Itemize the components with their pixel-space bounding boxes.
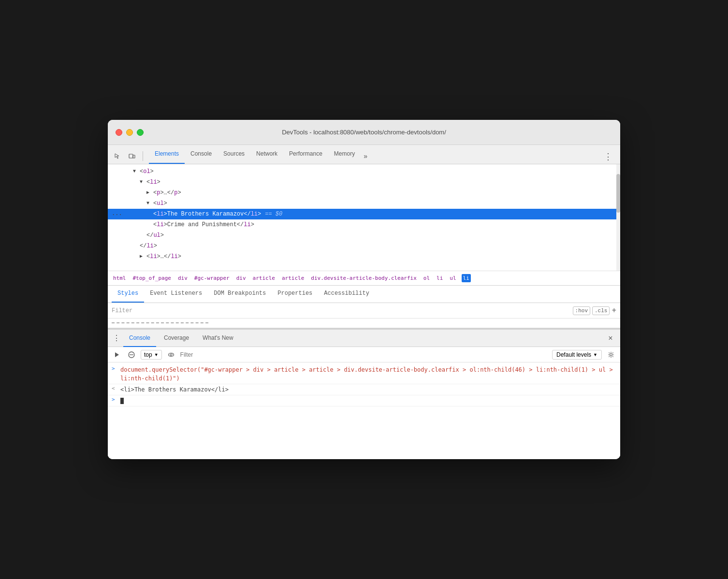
- device-toggle-icon[interactable]: [126, 150, 138, 162]
- input-arrow: >: [112, 396, 118, 403]
- tab-console[interactable]: Console: [185, 145, 218, 164]
- console-settings-button[interactable]: [606, 349, 616, 360]
- expand-triangle[interactable]: ▼: [140, 178, 146, 187]
- drawer-close-button[interactable]: ×: [605, 333, 616, 344]
- sub-tabs-bar: Styles Event Listeners DOM Breakpoints P…: [108, 286, 620, 303]
- titlebar: DevTools - localhost:8080/web/tools/chro…: [108, 120, 620, 145]
- dom-line-ul[interactable]: ▼ <ul>: [108, 198, 620, 209]
- breadcrumb-article2[interactable]: article: [280, 274, 306, 282]
- tab-performance[interactable]: Performance: [283, 145, 328, 164]
- svg-rect-0: [129, 154, 133, 158]
- elements-panel: ▼ <ol> ▼ <li> ▶ <p> … </p> ▼ <ul> ..: [108, 164, 620, 329]
- breadcrumb-gc-wrapper[interactable]: #gc-wrapper: [193, 274, 231, 282]
- tab-overflow[interactable]: »: [361, 148, 370, 164]
- drawer-tab-coverage[interactable]: Coverage: [158, 330, 195, 347]
- execution-context-selector[interactable]: top ▼: [141, 350, 162, 360]
- breadcrumb-top-of-page[interactable]: #top_of_page: [131, 274, 173, 282]
- log-levels-selector[interactable]: Default levels ▼: [552, 350, 602, 360]
- console-input-line[interactable]: >: [108, 395, 620, 406]
- traffic-lights: [116, 129, 144, 136]
- breadcrumb-div1[interactable]: div: [176, 274, 189, 282]
- breadcrumb-ul[interactable]: ul: [448, 274, 457, 282]
- drawer-tab-console[interactable]: Console: [123, 330, 156, 347]
- drawer-more-button[interactable]: ⋮: [112, 333, 121, 343]
- console-result-text: <li>The Brothers Karamazov</li>: [120, 385, 616, 394]
- drawer-tab-whats-new[interactable]: What's New: [197, 330, 239, 347]
- tab-memory[interactable]: Memory: [328, 145, 361, 164]
- minimize-button[interactable]: [126, 129, 133, 136]
- breadcrumb-bar: html #top_of_page div #gc-wrapper div ar…: [108, 271, 620, 286]
- expand-triangle[interactable]: ▶: [146, 188, 153, 197]
- dom-line-close-ul[interactable]: </ul>: [108, 230, 620, 241]
- dom-line-brothers[interactable]: <li> The Brothers Karamazov </li> == $0: [108, 209, 620, 219]
- sub-tab-properties[interactable]: Properties: [272, 285, 318, 303]
- svg-point-6: [170, 354, 172, 356]
- dom-line-li1[interactable]: ▼ <li>: [108, 177, 620, 188]
- scrollbar-track[interactable]: [616, 164, 620, 271]
- tab-icon-group: [112, 150, 145, 164]
- breadcrumb-article1[interactable]: article: [251, 274, 277, 282]
- console-result-entry: < <li>The Brothers Karamazov</li>: [108, 384, 620, 395]
- breadcrumb-div2[interactable]: div: [235, 274, 248, 282]
- main-tabs-bar: Elements Console Sources Network Perform…: [108, 145, 620, 164]
- expand-triangle[interactable]: ▼: [133, 167, 140, 176]
- scrollbar-thumb[interactable]: [616, 174, 620, 213]
- tab-network[interactable]: Network: [250, 145, 283, 164]
- svg-point-7: [610, 353, 612, 356]
- sub-tab-dom-breakpoints[interactable]: DOM Breakpoints: [208, 285, 272, 303]
- breadcrumb-html[interactable]: html: [112, 274, 128, 282]
- svg-rect-1: [133, 155, 135, 158]
- sub-tab-styles[interactable]: Styles: [112, 285, 144, 303]
- styles-preview: [108, 318, 620, 328]
- bottom-drawer: ⋮ Console Coverage What's New ×: [108, 329, 620, 459]
- console-output: > document.querySelector("#gc-wrapper > …: [108, 362, 620, 459]
- tab-elements[interactable]: Elements: [149, 145, 185, 164]
- dom-line-crime[interactable]: <li> Crime and Punishment </li>: [108, 219, 620, 230]
- sub-tab-accessibility[interactable]: Accessibility: [318, 285, 375, 303]
- clear-console-button[interactable]: [126, 349, 137, 360]
- breadcrumb-li2-active[interactable]: li: [462, 274, 471, 282]
- inspect-icon[interactable]: [112, 150, 123, 162]
- dom-tree: ▼ <ol> ▼ <li> ▶ <p> … </p> ▼ <ul> ..: [108, 164, 620, 271]
- cls-badge[interactable]: .cls: [592, 306, 610, 315]
- tab-divider: [143, 151, 143, 161]
- filter-plus-button[interactable]: +: [612, 306, 616, 315]
- command-arrow: >: [112, 365, 118, 372]
- breadcrumb-ol[interactable]: ol: [422, 274, 431, 282]
- window-title: DevTools - localhost:8080/web/tools/chro…: [282, 129, 446, 136]
- console-toolbar: top ▼ Default levels ▼: [108, 347, 620, 362]
- maximize-button[interactable]: [137, 129, 144, 136]
- execute-context-button[interactable]: [112, 349, 122, 360]
- console-command-text: document.querySelector("#gc-wrapper > di…: [120, 365, 616, 383]
- console-input-text[interactable]: [120, 396, 616, 405]
- expand-triangle[interactable]: ▶: [140, 252, 146, 261]
- breadcrumb-div-devsite[interactable]: div.devsite-article-body.clearfix: [309, 274, 418, 282]
- close-button[interactable]: [116, 129, 122, 136]
- console-command-entry: > document.querySelector("#gc-wrapper > …: [108, 364, 620, 384]
- dom-line-close-li[interactable]: </li>: [108, 241, 620, 251]
- console-filter-input[interactable]: [180, 351, 548, 358]
- filter-badges: :hov .cls +: [573, 306, 616, 315]
- styles-dashed-separator: [112, 322, 208, 323]
- devtools-window: DevTools - localhost:8080/web/tools/chro…: [108, 120, 620, 459]
- more-indicator: ...: [112, 210, 122, 217]
- filter-placeholder: Filter: [112, 307, 569, 314]
- expand-triangle[interactable]: ▼: [146, 199, 153, 208]
- styles-filter-bar: Filter :hov .cls +: [108, 303, 620, 318]
- dom-line-p[interactable]: ▶ <p> … </p>: [108, 188, 620, 198]
- eye-icon-button[interactable]: [166, 349, 176, 360]
- drawer-tabs-bar: ⋮ Console Coverage What's New ×: [108, 330, 620, 347]
- console-cursor: [120, 398, 124, 404]
- svg-marker-2: [115, 352, 119, 357]
- tab-sources[interactable]: Sources: [218, 145, 250, 164]
- sub-tab-event-listeners[interactable]: Event Listeners: [144, 285, 208, 303]
- dom-line-li-collapsed[interactable]: ▶ <li> … </li>: [108, 251, 620, 262]
- breadcrumb-li1[interactable]: li: [435, 274, 444, 282]
- hov-badge[interactable]: :hov: [573, 306, 590, 315]
- tab-menu-button[interactable]: ⋮: [600, 149, 616, 164]
- result-arrow: <: [112, 385, 118, 391]
- dom-line-ol[interactable]: ▼ <ol>: [108, 166, 620, 177]
